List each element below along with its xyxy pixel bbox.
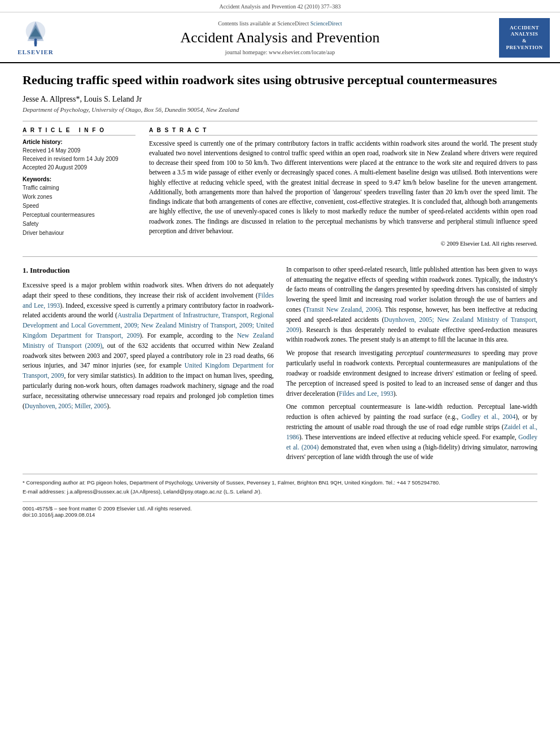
keyword-0: Traffic calming (23, 184, 135, 193)
intro-heading: 1. Introduction (23, 265, 274, 276)
history-line-0: Received 14 May 2009 (23, 146, 135, 155)
keyword-1: Work zones (23, 193, 135, 202)
footnote-issn: 0001-4575/$ – see front matter © 2009 El… (23, 505, 537, 512)
abstract-text: Excessive speed is currently one of the … (149, 139, 537, 248)
ref-uk-dept[interactable]: United Kingdom Department for Transport,… (23, 362, 274, 379)
intro-p1: Excessive speed is a major problem withi… (23, 281, 274, 412)
abstract-body: Excessive speed is currently one of the … (149, 140, 537, 234)
keyword-4: Safety (23, 220, 135, 229)
elsevier-tree-icon (19, 20, 53, 47)
article-title: Reducing traffic speed within roadwork s… (23, 72, 537, 88)
article-info-heading: A R T I C L E I N F O (23, 127, 135, 136)
abstract-heading: A B S T R A C T (149, 127, 537, 136)
journal-center: Contents lists available at ScienceDirec… (61, 20, 499, 55)
article-authors: Jesse A. Allpress*, Louis S. Leland Jr (23, 95, 537, 104)
footnote-email: E-mail addresses: j.a.allpress@sussex.ac… (23, 488, 537, 495)
svg-rect-6 (34, 41, 37, 45)
journal-header: ELSEVIER Contents lists available at Sci… (0, 12, 560, 63)
body-col-left: 1. Introduction Excessive speed is a maj… (23, 265, 274, 466)
article-history-text: Received 14 May 2009 Received in revised… (23, 146, 135, 172)
journal-citation: Accident Analysis and Prevention 42 (201… (220, 3, 341, 10)
keywords-label: Keywords: (23, 176, 135, 182)
journal-logo-right: ACCIDENT ANALYSIS & PREVENTION (499, 18, 550, 58)
keyword-3: Perceptual countermeasures (23, 211, 135, 220)
logo-line4: PREVENTION (506, 45, 542, 51)
section-divider (23, 256, 537, 257)
ref-transit-nz[interactable]: Transit New Zealand, 2006 (305, 306, 379, 313)
ref-godley-2004[interactable]: Godley et al., 2004 (462, 413, 516, 420)
ref-godley-2004b[interactable]: Godley et al. (2004) (286, 434, 537, 451)
right-p1: In comparison to other speed-related res… (286, 265, 537, 346)
journal-homepage: journal homepage: www.elsevier.com/locat… (72, 49, 488, 55)
article-history-label: Article history: (23, 139, 135, 145)
logo-line2: ANALYSIS (511, 31, 539, 38)
article-content: Reducing traffic speed within roadwork s… (0, 63, 560, 529)
journal-top-bar: Accident Analysis and Prevention 42 (201… (0, 0, 560, 12)
history-line-1: Received in revised form 14 July 2009 (23, 155, 135, 163)
ref-fildes-1993[interactable]: Fildes and Lee, 1993 (23, 292, 274, 309)
sciencedirect-anchor[interactable]: ScienceDirect (310, 20, 342, 27)
logo-line1: ACCIDENT (510, 25, 539, 32)
article-columns: A R T I C L E I N F O Article history: R… (23, 121, 537, 248)
ref-duynhoven-miller[interactable]: Duynhoven, 2005; Miller, 2005 (25, 403, 107, 409)
right-p3: One common perceptual countermeasure is … (286, 402, 537, 462)
body-col-right: In comparison to other speed-related res… (286, 265, 537, 466)
journal-title-main: Accident Analysis and Prevention (72, 29, 488, 46)
keyword-5: Driver behaviour (23, 229, 135, 238)
ref-duynhoven-nz[interactable]: Duynhoven, 2005; New Zealand Ministry of… (286, 316, 537, 333)
article-info-col: A R T I C L E I N F O Article history: R… (23, 127, 135, 248)
svg-point-5 (34, 38, 37, 41)
footnote-doi: doi:10.1016/j.aap.2009.08.014 (23, 512, 537, 518)
keyword-2: Speed (23, 202, 135, 211)
footnote-bottom: 0001-4575/$ – see front matter © 2009 El… (23, 501, 537, 518)
elsevier-logo: ELSEVIER (10, 18, 61, 58)
footnote-asterisk: * Corresponding author at: PG pigeon hol… (23, 479, 537, 486)
page-container: Accident Analysis and Prevention 42 (201… (0, 0, 560, 747)
sciencedirect-link: Contents lists available at ScienceDirec… (72, 20, 488, 27)
body-columns: 1. Introduction Excessive speed is a maj… (23, 265, 537, 466)
keywords-list: Traffic calming Work zones Speed Percept… (23, 184, 135, 238)
history-line-2: Accepted 20 August 2009 (23, 163, 135, 172)
ref-fildes-lee-1993b[interactable]: Fildes and Lee, 1993 (339, 390, 393, 397)
ref-australia-dept[interactable]: Australia Department of Infrastructure, … (23, 312, 274, 339)
footnote-area: * Corresponding author at: PG pigeon hol… (23, 474, 537, 496)
right-p2: We propose that research investigating p… (286, 348, 537, 399)
elsevier-text: ELSEVIER (18, 49, 54, 55)
abstract-col: A B S T R A C T Excessive speed is curre… (149, 127, 537, 248)
ref-zaidel-1986[interactable]: Zaidel et al., 1986 (286, 423, 537, 440)
article-affiliation: Department of Psychology, University of … (23, 106, 537, 113)
logo-line3: & (522, 38, 527, 45)
abstract-copyright: © 2009 Elsevier Ltd. All rights reserved… (149, 239, 537, 248)
